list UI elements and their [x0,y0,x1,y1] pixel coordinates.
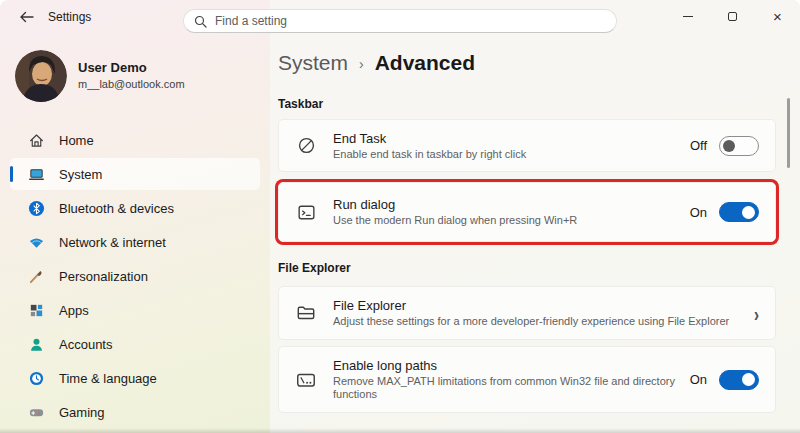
long-path-icon [279,369,333,391]
section-title-taskbar: Taskbar [278,97,323,111]
minimize-icon [683,16,693,17]
time-language-icon [27,369,45,387]
vertical-scrollbar[interactable] [787,98,790,168]
sidebar-item-label: Apps [59,303,89,318]
sidebar-item-network[interactable]: Network & internet [10,226,260,258]
sidebar-item-bluetooth[interactable]: Bluetooth & devices [10,192,260,224]
personalization-icon [27,267,45,285]
setting-title: End Task [333,131,676,146]
close-icon: × [773,9,782,24]
sidebar-item-system[interactable]: System [10,158,260,190]
back-button[interactable] [12,6,42,28]
sidebar-item-label: Accounts [59,337,112,352]
home-icon [27,131,45,149]
user-name: User Demo [78,60,147,75]
setting-card-end-task: End Task Enable end task in taskbar by r… [278,119,776,172]
sidebar-item-label: Personalization [59,269,148,284]
settings-window: Settings × User Demo m__lab@outlook.com [0,0,800,433]
accounts-icon [27,335,45,353]
setting-card-enable-long-paths: Enable long paths Remove MAX_PATH limita… [278,346,776,413]
search-box[interactable] [183,9,617,33]
toggle-knob [742,206,755,219]
back-arrow-icon [20,11,34,23]
setting-subtitle: Remove MAX_PATH limitations from common … [333,375,676,401]
sidebar-item-label: Time & language [59,371,157,386]
enable-long-paths-toggle[interactable] [719,370,759,390]
sidebar-item-gaming[interactable]: Gaming [10,396,260,428]
avatar[interactable] [15,50,67,102]
minimize-button[interactable] [665,0,710,33]
sidebar-item-label: Home [59,133,94,148]
section-title-file-explorer: File Explorer [278,261,351,275]
gaming-icon [27,403,45,421]
breadcrumb-separator-icon: › [359,56,364,72]
avatar-image [15,50,67,102]
system-icon [27,165,45,183]
apps-icon [27,301,45,319]
sidebar-item-label: Gaming [59,405,105,420]
sidebar-nav: Home System Bluetooth & devices Network … [10,124,260,430]
setting-card-run-dialog: Run dialog Use the modern Run dialog whe… [278,182,776,242]
close-button[interactable]: × [755,0,800,33]
toggle-knob [742,373,755,386]
sidebar-item-label: System [59,167,102,182]
breadcrumb: System › Advanced [278,51,475,75]
sidebar-item-label: Bluetooth & devices [59,201,174,216]
sidebar-item-accounts[interactable]: Accounts [10,328,260,360]
maximize-icon [728,12,737,21]
maximize-button[interactable] [710,0,755,33]
sidebar-item-time-language[interactable]: Time & language [10,362,260,394]
sidebar-item-apps[interactable]: Apps [10,294,260,326]
end-task-toggle[interactable] [719,136,759,156]
run-dialog-icon [279,202,333,223]
block-icon [279,135,333,156]
folder-icon [279,302,333,324]
setting-title: Run dialog [333,197,676,212]
toggle-state-label: On [690,205,707,220]
setting-subtitle: Adjust these settings for a more develop… [333,315,740,328]
user-email: m__lab@outlook.com [78,78,185,90]
search-icon [194,15,207,28]
setting-title: File Explorer [333,298,740,313]
toggle-knob [723,140,735,152]
toggle-state-label: Off [690,138,707,153]
search-input[interactable] [215,14,606,28]
setting-subtitle: Enable end task in taskbar by right clic… [333,148,676,161]
sidebar-item-personalization[interactable]: Personalization [10,260,260,292]
bluetooth-icon [27,199,45,217]
caption-buttons: × [665,0,800,33]
chevron-right-icon: › [754,302,759,324]
breadcrumb-parent[interactable]: System [278,51,348,75]
network-icon [27,233,45,251]
sidebar-item-home[interactable]: Home [10,124,260,156]
setting-card-file-explorer[interactable]: File Explorer Adjust these settings for … [278,286,776,340]
setting-subtitle: Use the modern Run dialog when pressing … [333,214,676,227]
run-dialog-toggle[interactable] [719,202,759,222]
app-title: Settings [48,10,91,24]
sidebar-item-label: Network & internet [59,235,166,250]
page-title: Advanced [375,51,475,75]
toggle-state-label: On [690,372,707,387]
setting-title: Enable long paths [333,358,676,373]
